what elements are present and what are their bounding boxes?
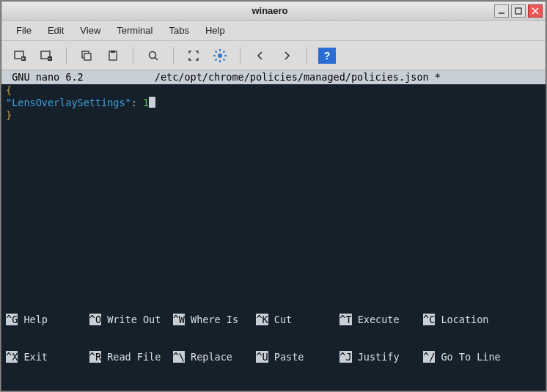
editor-content[interactable]: { "LensOverlaySettings": 1 } [1, 84, 546, 123]
svg-rect-14 [111, 51, 115, 53]
svg-line-23 [223, 59, 224, 60]
minimize-button[interactable] [494, 4, 509, 18]
nano-filename: /etc/opt/chrome/policies/managed/policie… [84, 71, 512, 84]
paste-icon[interactable] [102, 45, 124, 66]
json-colon: : [131, 97, 143, 108]
svg-line-25 [223, 51, 224, 52]
svg-rect-12 [84, 53, 91, 60]
terminal-area[interactable]: GNU nano 6.2 /etc/opt/chrome/policies/ma… [1, 70, 546, 289]
menu-edit[interactable]: Edit [40, 23, 71, 38]
shortcut-row-1: ^G Help ^O Write Out ^W Where Is ^K Cut … [6, 314, 541, 326]
back-icon[interactable] [249, 45, 271, 66]
menu-tabs[interactable]: Tabs [161, 23, 196, 38]
toolbar-separator [306, 47, 307, 64]
json-open-brace: { [6, 84, 12, 96]
menu-terminal[interactable]: Terminal [109, 23, 160, 38]
new-tab-icon[interactable] [9, 45, 31, 66]
json-value: 1 [143, 97, 149, 108]
application-window: winaero File Edit View Terminal Tabs Hel… [1, 1, 546, 391]
toolbar-separator [240, 47, 241, 64]
titlebar[interactable]: winaero [1, 1, 546, 21]
fullscreen-icon[interactable] [183, 45, 205, 66]
window-title: winaero [45, 5, 494, 16]
text-cursor [149, 97, 155, 108]
json-key: "LensOverlaySettings" [6, 97, 131, 108]
menu-help[interactable]: Help [198, 23, 232, 38]
close-button[interactable] [528, 4, 543, 18]
svg-line-16 [155, 57, 158, 60]
json-close-brace: } [6, 109, 12, 121]
toolbar-separator [133, 47, 133, 64]
shortcut-row-2: ^X Exit ^R Read File ^\ Replace ^U Paste… [6, 351, 541, 363]
svg-point-15 [150, 51, 156, 58]
help-icon[interactable]: ? [316, 45, 338, 66]
nano-header: GNU nano 6.2 /etc/opt/chrome/policies/ma… [1, 70, 546, 84]
copy-icon[interactable] [76, 45, 98, 66]
settings-icon[interactable] [209, 45, 231, 66]
close-tab-icon[interactable] [35, 45, 57, 66]
menu-view[interactable]: View [73, 23, 108, 38]
svg-rect-1 [515, 8, 521, 14]
svg-line-24 [216, 59, 217, 60]
maximize-button[interactable] [511, 4, 526, 18]
svg-line-22 [216, 51, 217, 52]
window-controls [494, 4, 546, 18]
menubar: File Edit View Terminal Tabs Help [1, 21, 546, 41]
forward-icon[interactable] [276, 45, 298, 66]
svg-point-17 [218, 53, 222, 58]
search-icon[interactable] [142, 45, 164, 66]
nano-shortcuts: ^G Help ^O Write Out ^W Where Is ^K Cut … [1, 289, 546, 391]
menu-file[interactable]: File [9, 23, 39, 38]
nano-version: GNU nano 6.2 [6, 71, 84, 84]
toolbar: ? [1, 41, 546, 70]
toolbar-separator [66, 47, 67, 64]
toolbar-separator [173, 47, 174, 64]
